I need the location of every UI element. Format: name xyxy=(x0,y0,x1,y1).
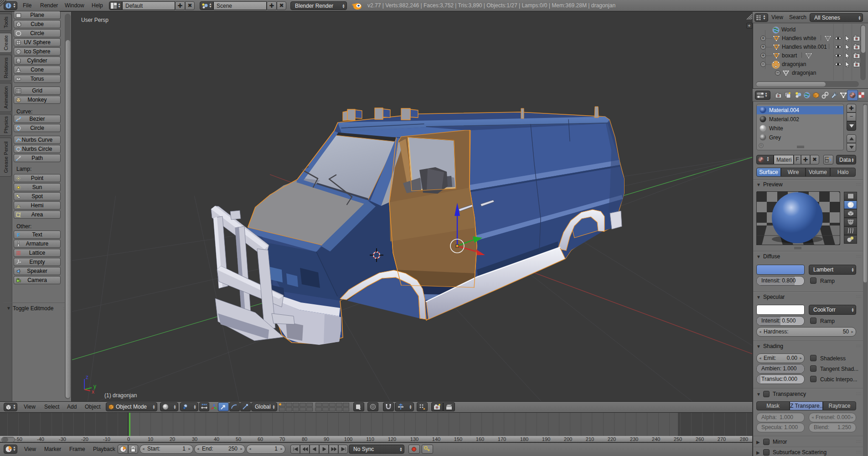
svg-text:i: i xyxy=(8,3,9,8)
svg-text:x: x xyxy=(92,389,94,395)
svg-text:F: F xyxy=(17,232,20,238)
svg-text:z: z xyxy=(86,374,88,380)
